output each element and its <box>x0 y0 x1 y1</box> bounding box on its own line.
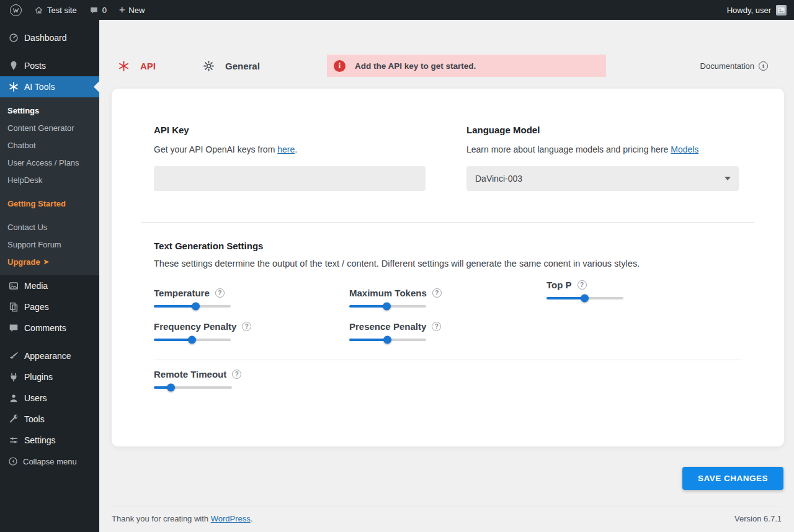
info-circle-icon: i <box>759 61 768 71</box>
slider-thumb[interactable] <box>167 383 175 391</box>
api-key-section: API Key Get your API OpenAI keys from he… <box>154 125 426 191</box>
remote-timeout-slider[interactable] <box>154 386 232 389</box>
sidebar-item-pages[interactable]: Pages <box>0 296 99 317</box>
desc-text: Get your API OpenAI keys from <box>154 144 277 154</box>
slider-thumb[interactable] <box>188 335 196 344</box>
help-icon[interactable]: ? <box>242 322 251 331</box>
wordpress-link[interactable]: WordPress <box>211 514 251 523</box>
submenu-item-contact-us[interactable]: Contact Us <box>0 218 99 236</box>
dashboard-icon <box>8 32 19 43</box>
sidebar-item-dashboard[interactable]: Dashboard <box>0 27 99 48</box>
save-row: SAVE CHANGES <box>99 467 783 490</box>
slider-thumb[interactable] <box>383 302 391 310</box>
upgrade-arrow-icon: ➤ <box>43 258 49 266</box>
generation-settings-title: Text Generation Settings <box>154 241 754 251</box>
sidebar-item-label: Pages <box>24 302 49 312</box>
presence-penalty-slider[interactable] <box>349 339 426 341</box>
ai-tools-submenu: Settings Content Generator Chatbot User … <box>0 97 99 275</box>
slider-thumb[interactable] <box>192 302 200 310</box>
footer-thanks: Thank you for creating with WordPress. <box>112 514 252 523</box>
api-key-notice-banner: i Add the API key to get started. <box>327 55 606 77</box>
wordpress-logo-menu[interactable] <box>4 0 28 20</box>
new-label: New <box>128 6 145 15</box>
api-keys-here-link[interactable]: here <box>277 144 295 154</box>
sidebar-item-media[interactable]: Media <box>0 275 99 296</box>
slider-thumb[interactable] <box>383 335 391 344</box>
sidebar-item-comments[interactable]: Comments <box>0 317 99 339</box>
tab-general[interactable]: General <box>203 60 260 72</box>
footer-version: Version 6.7.1 <box>734 514 782 523</box>
menu-separator <box>0 48 99 55</box>
new-content-menu[interactable]: + New <box>113 0 151 20</box>
submenu-item-user-access[interactable]: User Access / Plans <box>0 154 99 171</box>
temperature-slider[interactable] <box>154 305 231 308</box>
frequency-penalty-label: Frequency Penalty <box>154 321 236 332</box>
submenu-item-upgrade[interactable]: Upgrade ➤ <box>0 253 99 270</box>
selected-model-value: DaVinci-003 <box>475 174 522 184</box>
sidebar-item-plugins[interactable]: Plugins <box>0 366 99 388</box>
sidebar-item-posts[interactable]: Posts <box>0 55 99 76</box>
submenu-item-helpdesk[interactable]: HelpDesk <box>0 171 99 188</box>
comments-count: 0 <box>102 6 107 15</box>
footer-text: . <box>251 514 253 523</box>
language-model-title: Language Model <box>466 125 738 135</box>
frequency-penalty-slider[interactable] <box>154 339 231 341</box>
models-link[interactable]: Models <box>671 144 698 154</box>
language-model-description: Learn more about language models and pri… <box>466 144 738 156</box>
collapse-menu-button[interactable]: Collapse menu <box>0 451 99 472</box>
documentation-link[interactable]: Documentation i <box>700 61 768 71</box>
sidebar-item-label: Appearance <box>24 351 71 361</box>
sidebar-item-label: AI Tools <box>24 82 55 92</box>
top-p-slider[interactable] <box>546 297 623 299</box>
ai-tools-openai-icon <box>8 81 19 92</box>
api-key-description: Get your API OpenAI keys from here. <box>154 144 426 156</box>
main-content: API General i Add the API key to get sta… <box>99 0 794 523</box>
language-model-select[interactable]: DaVinci-003 <box>466 166 739 191</box>
notice-text: Add the API key to get started. <box>355 61 476 71</box>
sidebar-item-label: Comments <box>24 323 66 333</box>
comments-bubble-icon <box>89 6 99 15</box>
collapse-arrow-icon <box>8 456 18 466</box>
site-name-label: Test site <box>47 6 77 15</box>
help-icon[interactable]: ? <box>578 280 587 290</box>
api-key-input[interactable] <box>154 166 426 191</box>
top-p-label: Top P <box>546 280 572 290</box>
settings-card: API Key Get your API OpenAI keys from he… <box>112 89 784 446</box>
sliders-icon <box>8 435 19 446</box>
sidebar-item-label: Dashboard <box>24 33 67 43</box>
submenu-item-getting-started[interactable]: Getting Started <box>0 195 99 212</box>
site-name-menu[interactable]: Test site <box>28 0 83 20</box>
sidebar-item-label: Tools <box>24 414 45 424</box>
submenu-item-settings[interactable]: Settings <box>0 102 99 119</box>
tab-api[interactable]: API <box>118 60 156 72</box>
comments-menu[interactable]: 0 <box>83 0 113 20</box>
home-icon <box>34 6 43 15</box>
sidebar-item-appearance[interactable]: Appearance <box>0 345 99 366</box>
help-icon[interactable]: ? <box>232 370 241 379</box>
sidebar-item-users[interactable]: Users <box>0 388 99 409</box>
sidebar-item-label: Users <box>24 393 47 403</box>
user-avatar <box>776 5 787 16</box>
submenu-item-support-forum[interactable]: Support Forum <box>0 236 99 253</box>
help-icon[interactable]: ? <box>215 288 225 298</box>
sidebar-item-ai-tools[interactable]: AI Tools <box>0 76 99 97</box>
maximum-tokens-label: Maximum Tokens <box>349 288 427 298</box>
settings-tabs: API General <box>118 60 260 72</box>
help-icon[interactable]: ? <box>432 288 442 298</box>
sidebar-item-tools[interactable]: Tools <box>0 409 99 430</box>
my-account-menu[interactable]: Howdy, user <box>720 0 794 20</box>
help-icon[interactable]: ? <box>432 322 441 331</box>
submenu-item-chatbot[interactable]: Chatbot <box>0 136 99 154</box>
submenu-item-content-generator[interactable]: Content Generator <box>0 119 99 136</box>
remote-timeout-label: Remote Timeout <box>154 369 226 379</box>
section-divider <box>141 222 754 223</box>
sidebar-item-settings[interactable]: Settings <box>0 430 99 451</box>
openai-logo-icon <box>118 60 130 72</box>
maximum-tokens-slider[interactable] <box>349 305 426 308</box>
sliders-grid: Temperature ? Maximum Tokens ? Top P <box>154 288 754 341</box>
save-changes-button[interactable]: SAVE CHANGES <box>682 467 783 490</box>
pushpin-icon <box>8 60 19 71</box>
documentation-label: Documentation <box>700 61 754 71</box>
plug-icon <box>8 371 19 383</box>
slider-thumb[interactable] <box>581 294 589 302</box>
